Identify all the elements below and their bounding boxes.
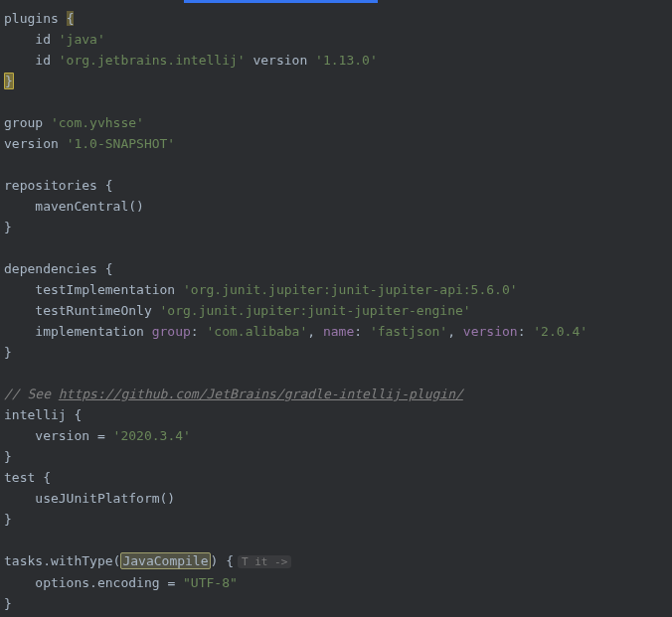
group-keyword: group xyxy=(4,115,43,130)
maven-central-call: mavenCentral() xyxy=(35,199,144,214)
code-line: version = '2020.3.4' xyxy=(4,425,672,446)
plugins-keyword: plugins xyxy=(4,11,59,26)
close-brace: } xyxy=(4,512,12,527)
code-line: testImplementation 'org.junit.jupiter:ju… xyxy=(4,279,672,300)
id-keyword: id xyxy=(35,32,51,47)
code-line: id 'org.jetbrains.intellij' version '1.1… xyxy=(4,50,672,71)
code-line: testRuntimeOnly 'org.junit.jupiter:junit… xyxy=(4,300,672,321)
code-line: id 'java' xyxy=(4,29,672,50)
code-line: // See https://github.com/JetBrains/grad… xyxy=(4,384,672,404)
code-line: intellij { xyxy=(4,404,672,425)
with-type-keyword: withType xyxy=(51,553,113,568)
named-arg: group xyxy=(152,324,191,339)
string-literal: 'fastjson' xyxy=(370,324,447,339)
test-impl-keyword: testImplementation xyxy=(35,282,175,297)
code-line: } xyxy=(4,593,672,614)
version-keyword: version xyxy=(4,136,59,151)
code-editor[interactable]: plugins { id 'java' id 'org.jetbrains.in… xyxy=(0,0,672,614)
string-literal: '2020.3.4' xyxy=(113,428,191,443)
string-literal: '2.0.4' xyxy=(533,324,588,339)
code-line: implementation group: 'com.alibaba', nam… xyxy=(4,321,672,342)
string-literal: 'org.junit.jupiter:junit-jupiter-api:5.6… xyxy=(183,282,518,297)
code-line: tasks.withType(JavaCompile) {T it -> xyxy=(4,550,672,572)
blank-line xyxy=(4,237,672,258)
code-line: options.encoding = "UTF-8" xyxy=(4,572,672,593)
comment: // See xyxy=(4,386,59,401)
named-arg: version xyxy=(463,324,518,339)
close-brace: } xyxy=(4,596,12,611)
dependencies-keyword: dependencies xyxy=(4,261,97,276)
options-keyword: options xyxy=(35,575,89,590)
close-brace: } xyxy=(4,345,12,360)
code-line: dependencies { xyxy=(4,258,672,279)
open-brace: { xyxy=(43,470,51,485)
open-brace: { xyxy=(74,407,82,422)
code-line: } xyxy=(4,446,672,467)
string-literal: 'com.yvhsse' xyxy=(51,115,144,130)
code-line: test { xyxy=(4,467,672,488)
test-keyword: test xyxy=(4,470,35,485)
code-line: } xyxy=(4,217,672,237)
string-literal: 'org.jetbrains.intellij' xyxy=(59,53,246,68)
tasks-keyword: tasks xyxy=(4,553,43,568)
open-brace: { xyxy=(105,178,113,193)
string-literal: '1.0-SNAPSHOT' xyxy=(67,136,176,151)
impl-keyword: implementation xyxy=(35,324,144,339)
repositories-keyword: repositories xyxy=(4,178,97,193)
code-line: } xyxy=(4,342,672,363)
test-runtime-keyword: testRuntimeOnly xyxy=(35,303,151,318)
version-keyword: version xyxy=(252,53,307,68)
close-brace-caret: } xyxy=(4,73,14,89)
string-literal: "UTF-8" xyxy=(183,575,238,590)
junit-platform-call: useJUnitPlatform() xyxy=(35,491,175,506)
string-literal: '1.13.0' xyxy=(315,53,378,68)
id-keyword: id xyxy=(35,53,51,68)
open-brace: { xyxy=(105,261,113,276)
version-keyword: version xyxy=(35,428,89,443)
blank-line xyxy=(4,154,672,175)
string-literal: 'org.junit.jupiter:junit-jupiter-engine' xyxy=(160,303,471,318)
code-line: mavenCentral() xyxy=(4,196,672,217)
active-tab-indicator xyxy=(184,0,378,3)
code-line: group 'com.yvhsse' xyxy=(4,112,672,133)
blank-line xyxy=(4,91,672,112)
comment-url[interactable]: https://github.com/JetBrains/gradle-inte… xyxy=(59,386,463,401)
open-brace: { xyxy=(226,553,234,568)
named-arg: name xyxy=(323,324,354,339)
code-line: repositories { xyxy=(4,175,672,196)
code-line: version '1.0-SNAPSHOT' xyxy=(4,133,672,154)
intellij-keyword: intellij xyxy=(4,407,67,422)
code-line: plugins { xyxy=(4,8,672,29)
close-brace: } xyxy=(4,220,12,234)
code-line: } xyxy=(4,509,672,530)
encoding-keyword: encoding xyxy=(97,575,160,590)
code-line: } xyxy=(4,71,672,91)
close-brace: } xyxy=(4,449,12,464)
string-literal: 'java' xyxy=(59,32,105,47)
blank-line xyxy=(4,530,672,550)
string-literal: 'com.alibaba' xyxy=(207,324,308,339)
open-brace: { xyxy=(67,11,75,26)
code-line: useJUnitPlatform() xyxy=(4,488,672,509)
java-compile-type: JavaCompile xyxy=(120,552,210,569)
inlay-hint: T it -> xyxy=(238,555,291,568)
blank-line xyxy=(4,363,672,384)
